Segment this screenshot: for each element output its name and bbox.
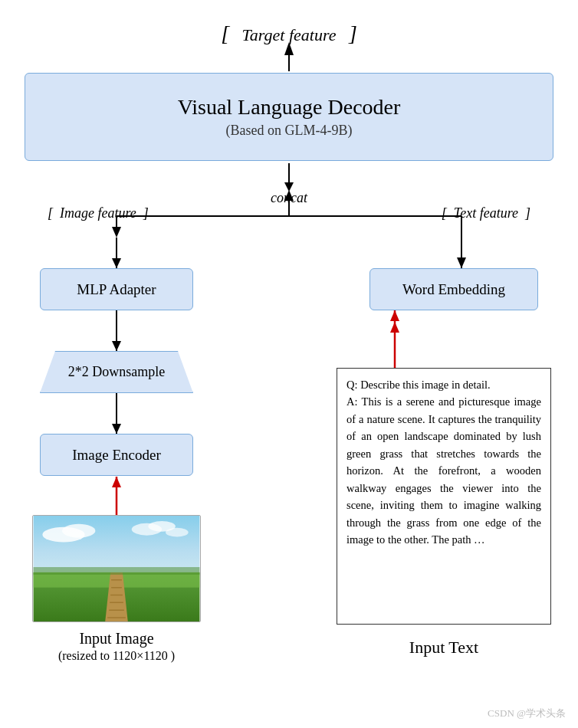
bracket-left-image: [	[48, 205, 53, 221]
word-embedding-box: Word Embedding	[369, 268, 538, 310]
input-image-photo	[32, 515, 201, 622]
input-text-box: Q: Describe this image in detail. A: Thi…	[337, 368, 551, 625]
vl-decoder-subtitle: (Based on GLM-4-9B)	[226, 123, 353, 139]
target-feature-label: [ Target feature ]	[221, 21, 357, 46]
word-embedding-label: Word Embedding	[402, 281, 505, 298]
svg-marker-10	[112, 258, 121, 268]
svg-point-26	[62, 524, 95, 538]
concat-text: concat	[271, 190, 307, 205]
input-image-label-text: Input Image	[32, 630, 201, 648]
input-text-label: Input Text	[337, 638, 551, 657]
mlp-adapter-label: MLP Adapter	[77, 281, 156, 298]
svg-point-29	[166, 528, 189, 537]
watermark: CSDN @学术头条	[488, 707, 566, 720]
image-encoder-label: Image Encoder	[72, 447, 161, 464]
downsample-label: 2*2 Downsample	[68, 364, 165, 380]
downsample-box: 2*2 Downsample	[40, 351, 193, 393]
image-encoder-box: Image Encoder	[40, 434, 193, 476]
svg-marker-16	[112, 477, 121, 487]
diagram-container: [ Target feature ] Visual Language Decod…	[0, 0, 578, 728]
bracket-left-target: [	[221, 21, 229, 45]
concat-label: concat	[271, 190, 307, 206]
svg-marker-14	[112, 424, 121, 434]
bracket-right-text-feat: ]	[525, 205, 530, 221]
bracket-right-target: ]	[349, 21, 357, 45]
svg-marker-12	[112, 341, 121, 351]
vl-decoder-title: Visual Language Decoder	[178, 95, 401, 120]
input-image-label: Input Image (resized to 1120×1120 )	[32, 630, 201, 663]
input-text-content: Q: Describe this image in detail. A: Thi…	[346, 379, 541, 546]
target-feature-text: Target feature	[242, 25, 337, 44]
text-feature-label: [ Text feature ]	[442, 205, 530, 221]
image-feature-text: Image feature	[60, 205, 136, 221]
bracket-right-image: ]	[143, 205, 149, 221]
vl-decoder-box: Visual Language Decoder (Based on GLM-4-…	[25, 73, 553, 161]
text-feature-text: Text feature	[454, 205, 518, 221]
svg-marker-18	[457, 257, 466, 268]
image-feature-label: [ Image feature ]	[48, 205, 149, 221]
nature-scene-svg	[33, 516, 200, 621]
input-image-sublabel: (resized to 1120×1120 )	[32, 649, 201, 663]
svg-marker-21	[390, 322, 399, 333]
svg-rect-39	[34, 567, 200, 575]
svg-marker-8	[112, 227, 121, 238]
mlp-adapter-box: MLP Adapter	[40, 268, 193, 310]
bracket-left-text-feat: [	[442, 205, 447, 221]
svg-marker-23	[390, 310, 399, 321]
